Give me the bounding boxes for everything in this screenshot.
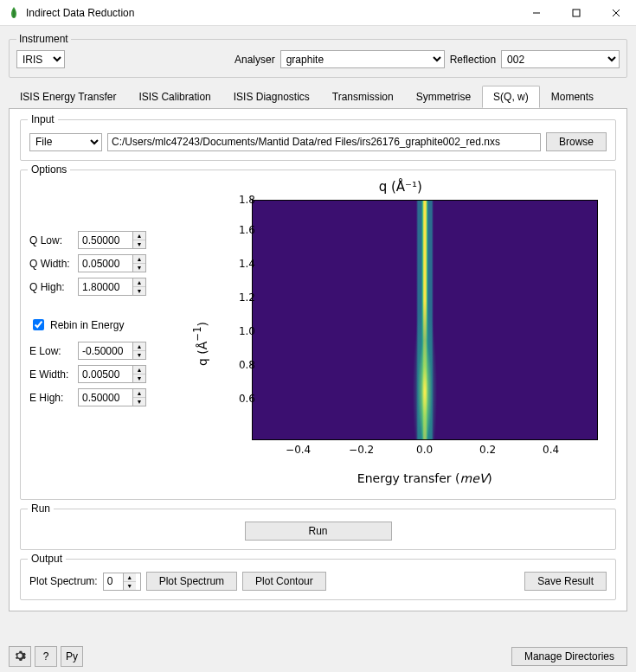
minimize-button[interactable]	[517, 0, 556, 26]
titlebar: Indirect Data Reduction	[0, 0, 636, 26]
window-title: Indirect Data Reduction	[26, 7, 517, 19]
plot-spectrum-field[interactable]: ▲▼	[103, 573, 141, 591]
tab-content: Input File Browse Options Q Low: ▲▼	[9, 108, 627, 611]
plot-title: q (Å⁻¹)	[195, 179, 607, 195]
ytick: 1.8	[226, 194, 255, 206]
run-group: Run Run	[20, 509, 616, 550]
plot-contour-button[interactable]: Plot Contour	[242, 572, 326, 591]
browse-button[interactable]: Browse	[546, 132, 607, 151]
ytick: 1.0	[226, 325, 255, 337]
rebin-label: Rebin in Energy	[50, 319, 124, 331]
tab-isis-diagnostics[interactable]: ISIS Diagnostics	[222, 86, 321, 108]
analyser-select[interactable]: graphite	[280, 50, 445, 68]
elow-field[interactable]: ▲▼	[78, 342, 146, 360]
input-group: Input File Browse	[20, 119, 616, 161]
instrument-group: Instrument IRIS Analyser graphite Reflec…	[9, 33, 627, 78]
gear-icon	[14, 650, 26, 664]
plot-spectrum-button[interactable]: Plot Spectrum	[146, 572, 237, 591]
ehigh-field[interactable]: ▲▼	[78, 388, 146, 406]
save-result-button[interactable]: Save Result	[524, 572, 607, 591]
reflection-select[interactable]: 002	[501, 50, 620, 68]
maximize-button[interactable]	[556, 0, 596, 26]
svg-rect-2	[573, 10, 580, 16]
input-source-select[interactable]: File	[29, 133, 102, 151]
ehigh-label: E High:	[29, 392, 78, 404]
app-icon	[7, 6, 21, 20]
plot-spectrum-label: Plot Spectrum:	[29, 575, 98, 587]
instrument-legend: Instrument	[16, 33, 71, 45]
output-legend: Output	[28, 553, 66, 565]
xtick: −0.2	[349, 444, 374, 456]
xtick: −0.4	[286, 444, 311, 456]
ytick: 0.6	[226, 393, 255, 405]
analyser-label: Analyser	[234, 54, 275, 66]
elow-label: E Low:	[29, 345, 78, 357]
tab-transmission[interactable]: Transmission	[321, 86, 405, 108]
ytick: 1.2	[226, 291, 255, 304]
close-button[interactable]	[596, 0, 636, 26]
instrument-select[interactable]: IRIS	[16, 50, 65, 68]
rebin-checkbox[interactable]	[33, 319, 44, 330]
window-buttons	[517, 0, 636, 26]
tab-symmetrise[interactable]: Symmetrise	[405, 86, 482, 108]
tab-sqw[interactable]: S(Q, w)	[482, 86, 540, 108]
qwidth-field[interactable]: ▲▼	[78, 254, 146, 272]
ytick: 1.4	[226, 258, 255, 270]
ytick: 0.8	[226, 359, 255, 371]
xtick: 0.0	[416, 444, 433, 456]
qhigh-label: Q High:	[29, 281, 78, 293]
qwidth-label: Q Width:	[29, 258, 78, 270]
ytick: 1.6	[226, 224, 255, 236]
tab-isis-calibration[interactable]: ISIS Calibration	[127, 86, 222, 108]
qlow-field[interactable]: ▲▼	[78, 231, 146, 249]
help-button[interactable]: ?	[35, 646, 57, 667]
settings-button[interactable]	[9, 646, 31, 667]
run-legend: Run	[28, 502, 54, 515]
plot-axes	[252, 200, 598, 440]
xtick: 0.4	[543, 444, 559, 456]
qhigh-field[interactable]: ▲▼	[78, 278, 146, 296]
python-button[interactable]: Py	[61, 646, 83, 667]
plot-xlabel: Energy transfer (meV)	[252, 471, 598, 485]
options-legend: Options	[28, 163, 70, 176]
input-legend: Input	[28, 113, 58, 125]
manage-directories-button[interactable]: Manage Directories	[511, 647, 627, 666]
tab-isis-energy-transfer[interactable]: ISIS Energy Transfer	[9, 86, 127, 108]
output-group: Output Plot Spectrum: ▲▼ Plot Spectrum P…	[20, 559, 616, 600]
ewidth-label: E Width:	[29, 368, 78, 381]
ewidth-field[interactable]: ▲▼	[78, 365, 146, 383]
qlow-label: Q Low:	[29, 234, 78, 246]
xtick: 0.2	[479, 444, 496, 456]
plot-ylabel: q (Å−1)	[191, 248, 207, 438]
footer-bar: ? Py Manage Directories	[9, 646, 627, 667]
options-group: Options Q Low: ▲▼ Q Width: ▲▼	[20, 170, 616, 500]
tab-bar: ISIS Energy Transfer ISIS Calibration IS…	[9, 86, 627, 109]
input-path-field[interactable]	[107, 133, 541, 151]
sqw-plot: q (Å⁻¹) q (Å−1) Energy transfer (meV) 0.…	[195, 179, 607, 490]
run-button[interactable]: Run	[245, 522, 392, 541]
reflection-label: Reflection	[450, 54, 496, 66]
tab-moments[interactable]: Moments	[540, 86, 605, 108]
